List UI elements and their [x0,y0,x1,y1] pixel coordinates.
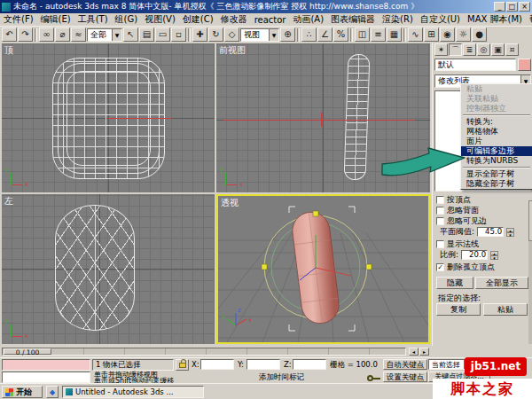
tab-modify-icon[interactable]: ⌒ [449,43,462,56]
panel-scrollbar-thumb[interactable] [528,200,532,241]
window-crossing-icon[interactable]: ▫ [171,27,186,42]
percent-snap-icon[interactable]: % [333,27,348,42]
viewport-top-label[interactable]: 顶 [4,44,13,57]
key-icon[interactable] [367,375,373,381]
select-object-icon[interactable]: ↖ [123,27,138,42]
ignore-backfacing-checkbox[interactable] [436,207,444,215]
menu-reactor[interactable]: reactor [251,15,290,25]
menu-create[interactable]: 创建(C) [179,13,217,26]
time-slider-track[interactable]: 0 / 100 [2,348,406,356]
ignore-backfacing-row[interactable]: 忽略背面 [436,206,479,215]
menu-file[interactable]: 文件(F) [0,13,37,26]
normal-scale-field[interactable]: 20.0 [461,250,488,260]
taskbar-task-button[interactable]: Untitled - Autodesk 3ds ... [62,386,204,398]
viewport-left-label[interactable]: 左 [4,195,13,207]
mirror-icon[interactable]: ◫ [355,27,370,42]
menu-item-hide-all-subtrees[interactable]: 隐藏全部子树 [461,179,532,189]
viewport-perspective[interactable]: 透视 [216,194,430,344]
menu-item-editable-patch[interactable]: 面片 [461,137,532,146]
show-normals-checkbox[interactable] [436,240,444,248]
viewport-top[interactable]: 顶 x y [2,43,215,192]
delete-isolated-vertices-row[interactable]: 删除孤立顶点 [436,262,495,272]
redo-icon[interactable]: ↷ [18,27,33,42]
render-scene-icon[interactable]: ☼ [456,27,471,42]
delete-isolated-vertices-checkbox[interactable] [436,263,444,271]
undo-icon[interactable]: ↶ [2,27,17,42]
bind-to-space-warp-icon[interactable]: ≈ [71,27,86,42]
object-name-field[interactable]: 默认 [434,59,516,71]
schematic-view-icon[interactable]: ⊞ [424,27,439,42]
menu-rendering[interactable]: 渲染(R) [379,13,417,26]
menu-item-make-controller-unique[interactable]: 控制器独立 [461,104,532,113]
spinner-arrows[interactable]: ▴▾ [490,251,498,260]
set-key-button[interactable]: 设置关键点 [383,372,427,382]
layer-manager-icon[interactable]: ▦ [387,27,402,42]
curve-editor-icon[interactable]: ∿ [408,27,423,42]
menu-item-paste-instanced[interactable]: 关联粘贴 [461,94,532,104]
menu-maxscript[interactable]: MAX 脚本(M) [464,13,526,26]
select-and-move-icon[interactable]: ✚ [192,27,207,42]
y-coordinate-field[interactable] [246,359,280,370]
unlink-selection-icon[interactable]: ⌀ [55,27,70,42]
chevron-down-icon[interactable]: ▼ [112,29,121,41]
z-coordinate-field[interactable] [293,359,326,370]
menu-edit[interactable]: 编辑(E) [37,13,74,26]
menu-help[interactable]: 帮助(H) [526,13,532,26]
menu-modifiers[interactable]: 修改器 [217,13,251,26]
menu-graph-editors[interactable]: 图表编辑器 [327,13,379,26]
angle-snap-icon[interactable]: ∠ [317,27,332,42]
maxscript-mini-listener-pink[interactable] [2,359,90,371]
menu-item-paste[interactable]: 粘贴 [461,84,532,94]
tab-create-icon[interactable]: ✶ [434,43,448,56]
maxscript-mini-listener-white[interactable] [2,372,90,383]
ignore-visible-edges-row[interactable]: 忽略可见边 [436,216,487,226]
close-button[interactable]: × [519,2,530,12]
tab-hierarchy-icon[interactable]: ≣ [463,43,476,56]
menu-group[interactable]: 组(G) [112,13,142,26]
x-coordinate-field[interactable] [200,359,234,370]
previous-frame-icon[interactable]: ◂ [409,348,419,356]
show-normals-row[interactable]: 显示法线 [436,239,479,249]
menu-views[interactable]: 视图(V) [141,13,179,26]
hide-button[interactable]: 隐藏 [436,277,473,289]
menu-item-convert-to[interactable]: 转换为: [461,117,532,127]
start-button[interactable]: 开始 [2,386,43,398]
select-and-link-icon[interactable]: ∞ [39,27,54,42]
viewport-left[interactable]: 左 x y [2,194,215,344]
select-by-name-icon[interactable]: ▤ [139,27,154,42]
align-icon[interactable]: ≡ [371,27,386,42]
select-and-scale-icon[interactable]: ◇ [224,27,239,42]
planar-threshold-field[interactable]: 45.0 [477,227,504,237]
by-vertex-row[interactable]: 按顶点 [436,195,471,205]
select-and-rotate-icon[interactable]: ↻ [208,27,223,42]
next-frame-icon[interactable]: ▸ [419,348,429,356]
object-color-swatch[interactable] [518,59,531,71]
menu-animation[interactable]: 动画(A) [289,13,327,26]
rectangular-selection-region-icon[interactable]: ▭ [155,27,170,42]
tab-motion-icon[interactable]: ◎ [477,43,490,56]
menu-item-show-all-subtrees[interactable]: 显示全部子树 [461,169,532,179]
menu-customize[interactable]: 自定义(U) [417,13,464,26]
minimize-button[interactable]: _ [494,2,505,12]
selection-filter-dropdown[interactable]: 全部 ▼ [87,28,122,42]
tab-utilities-icon[interactable]: ¤ [505,43,519,56]
unhide-all-button[interactable]: 全部显示 [475,277,528,289]
quick-render-icon[interactable]: ● [472,27,487,42]
viewport-perspective-label[interactable]: 透视 [221,197,239,209]
material-editor-icon[interactable]: ◉ [440,27,455,42]
selection-lock-toggle[interactable] [176,359,189,371]
viewport-front-label[interactable]: 前视图 [219,44,246,57]
copy-button[interactable]: 复制 [436,303,481,316]
maximize-button[interactable]: □ [506,2,518,12]
menu-item-convert-to-nurbs[interactable]: 转换为NURBS [461,156,532,166]
tab-display-icon[interactable]: ▣ [491,43,505,56]
snap-toggle-icon[interactable]: ∴ [301,27,317,42]
spinner-arrows[interactable]: ▴▾ [506,228,514,237]
by-vertex-checkbox[interactable] [436,196,444,204]
add-time-tag[interactable]: 添加时间标记 [259,372,304,382]
time-slider-thumb[interactable]: 0 / 100 [4,348,51,355]
quick-launch-icon[interactable]: ◆ [46,386,59,398]
chevron-down-icon[interactable]: ▼ [269,29,278,41]
menu-tools[interactable]: 工具(T) [74,13,112,26]
paste-button[interactable]: 粘贴 [483,303,528,316]
